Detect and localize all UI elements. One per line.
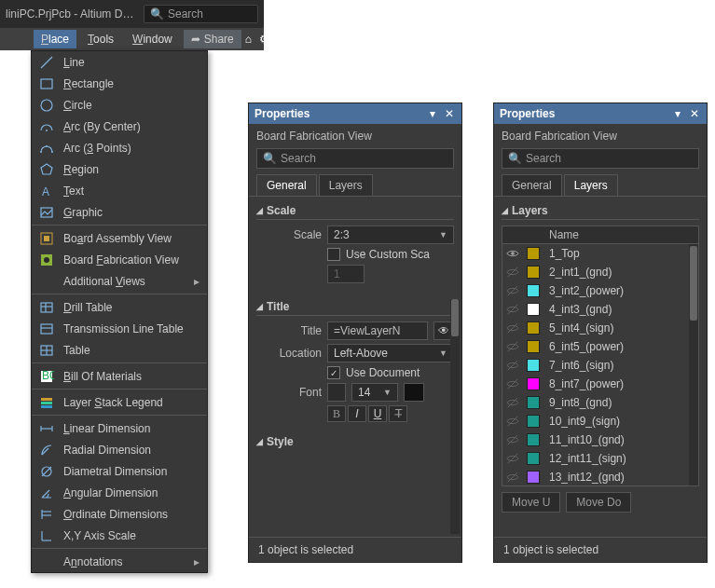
layer-color-swatch[interactable] (523, 340, 543, 353)
layer-visibility-toggle[interactable] (502, 396, 523, 409)
menu-item-board-fabrication-view[interactable]: Board Fabrication View (32, 249, 207, 270)
panel-dropdown-icon[interactable]: ▾ (428, 107, 437, 120)
layer-row[interactable]: 7_int6_(sign) (502, 356, 698, 375)
menu-item-region[interactable]: Region (32, 158, 207, 180)
layer-visibility-toggle[interactable] (502, 284, 523, 297)
layer-visibility-toggle[interactable] (502, 303, 523, 316)
layer-color-swatch[interactable] (523, 452, 543, 465)
collapse-icon[interactable]: ◢ (256, 302, 263, 311)
layers-scrollbar[interactable] (689, 244, 698, 485)
share-button[interactable]: ➦ Share (184, 30, 241, 48)
layer-color-swatch[interactable] (523, 321, 543, 335)
layer-visibility-toggle[interactable] (502, 471, 523, 484)
collapse-icon[interactable]: ◢ (502, 206, 508, 215)
menu-item-annotations[interactable]: Annotations▸ (32, 551, 207, 572)
panel-close-icon[interactable]: ✕ (688, 107, 701, 120)
title-input[interactable]: =ViewLayerN (327, 321, 428, 340)
panel-dropdown-icon[interactable]: ▾ (673, 107, 682, 120)
scrollbar-thumb[interactable] (690, 246, 697, 321)
location-select[interactable]: Left-Above ▼ (327, 344, 454, 362)
menu-item-arc-3-points-[interactable]: Arc (3 Points) (32, 137, 207, 158)
layer-visibility-toggle[interactable] (502, 340, 523, 353)
font-size-select[interactable]: 14 ▼ (351, 383, 398, 402)
menu-item-linear-dimension[interactable]: Linear Dimension (32, 417, 207, 439)
layer-visibility-toggle[interactable] (502, 452, 523, 465)
layer-row[interactable]: 11_int10_(gnd) (502, 431, 698, 449)
panel-scrollbar[interactable] (450, 299, 460, 534)
tab-general[interactable]: General (502, 174, 562, 196)
layer-visibility-toggle[interactable] (502, 433, 523, 446)
bold-button[interactable]: B (327, 405, 346, 422)
menu-item-graphic[interactable]: Graphic (32, 201, 207, 223)
scrollbar-thumb[interactable] (451, 299, 459, 336)
layer-color-swatch[interactable] (523, 471, 543, 484)
layer-color-swatch[interactable] (523, 433, 543, 446)
layer-row[interactable]: 4_int3_(gnd) (502, 300, 698, 319)
layer-visibility-toggle[interactable] (502, 359, 523, 372)
layer-visibility-toggle[interactable] (502, 321, 523, 335)
menu-item-ordinate-dimensions[interactable]: Ordinate Dimensions (32, 503, 207, 525)
tab-layers[interactable]: Layers (319, 174, 373, 196)
menu-item-x-y-axis-scale[interactable]: X,Y Axis Scale (32, 525, 207, 546)
layer-row[interactable]: 3_int2_(power) (502, 281, 698, 300)
layer-color-swatch[interactable] (523, 359, 543, 372)
move-up-button[interactable]: Move U (502, 492, 560, 513)
layer-row[interactable]: 12_int11_(sign) (502, 449, 698, 468)
menu-item-text[interactable]: AText (32, 180, 207, 201)
home-icon[interactable]: ⌂ (245, 33, 252, 46)
menu-item-bill-of-materials[interactable]: BOMBill Of Materials (32, 365, 207, 387)
menu-item-layer-stack-legend[interactable]: Layer Stack Legend (32, 391, 207, 413)
tab-general[interactable]: General (256, 174, 317, 196)
scale-select[interactable]: 2:3 ▼ (327, 226, 454, 244)
layer-visibility-toggle[interactable] (502, 247, 523, 260)
layer-row[interactable]: 13_int12_(gnd) (502, 468, 698, 486)
layer-color-swatch[interactable] (523, 247, 543, 260)
font-family-input[interactable] (327, 383, 346, 402)
layer-row[interactable]: 8_int7_(power) (502, 375, 698, 393)
menu-item-rectangle[interactable]: Rectangle (32, 73, 207, 94)
layer-row[interactable]: 2_int1_(gnd) (502, 263, 698, 281)
layer-color-swatch[interactable] (523, 396, 543, 409)
panel-close-icon[interactable]: ✕ (443, 107, 456, 120)
layer-color-swatch[interactable] (523, 377, 543, 390)
layer-row[interactable]: 10_int9_(sign) (502, 412, 698, 431)
menu-item-arc-by-center-[interactable]: Arc (By Center) (32, 116, 207, 137)
gear-icon[interactable]: ⚙ (259, 33, 269, 46)
menu-item-drill-table[interactable]: Drill Table (32, 296, 207, 318)
layer-row[interactable]: 9_int8_(gnd) (502, 393, 698, 412)
layer-color-swatch[interactable] (523, 284, 543, 297)
menu-item-angular-dimension[interactable]: Angular Dimension (32, 482, 207, 503)
menu-item-diametral-dimension[interactable]: Diametral Dimension (32, 460, 207, 482)
strikethrough-button[interactable]: T̶ (389, 405, 407, 422)
tab-layers[interactable]: Layers (564, 174, 618, 196)
menu-place[interactable]: Place (34, 30, 76, 48)
panel-search-input[interactable]: 🔍 Search (502, 148, 699, 169)
panel-search-input[interactable]: 🔍 Search (256, 148, 454, 169)
layer-color-swatch[interactable] (523, 303, 543, 316)
layer-row[interactable]: 6_int5_(power) (502, 337, 698, 356)
collapse-icon[interactable]: ◢ (256, 437, 263, 446)
use-custom-scale-checkbox[interactable] (327, 248, 340, 261)
menu-item-circle[interactable]: Circle (32, 94, 207, 116)
layer-color-swatch[interactable] (523, 415, 543, 428)
menu-window[interactable]: Window (125, 30, 180, 48)
underline-button[interactable]: U (368, 405, 387, 422)
layer-visibility-toggle[interactable] (502, 377, 523, 390)
menu-item-transmission-line-table[interactable]: Transmission Line Table (32, 318, 207, 339)
menu-item-radial-dimension[interactable]: Radial Dimension (32, 439, 207, 460)
layer-row[interactable]: 1_Top (502, 244, 698, 263)
menu-item-board-assembly-view[interactable]: Board Assembly View (32, 227, 207, 249)
menu-item-line[interactable]: Line (32, 51, 207, 73)
font-color-swatch[interactable] (404, 383, 424, 402)
menu-item-table[interactable]: Table (32, 339, 207, 361)
menu-item-additional-views[interactable]: Additional Views▸ (32, 270, 207, 292)
layer-color-swatch[interactable] (523, 266, 543, 279)
italic-button[interactable]: I (348, 405, 366, 422)
layer-visibility-toggle[interactable] (502, 266, 523, 279)
use-document-checkbox[interactable]: ✓ (327, 366, 340, 379)
layer-visibility-toggle[interactable] (502, 415, 523, 428)
layer-row[interactable]: 5_int4_(sign) (502, 319, 698, 337)
global-search-input[interactable]: 🔍 Search (144, 5, 258, 23)
move-down-button[interactable]: Move Do (566, 492, 631, 513)
collapse-icon[interactable]: ◢ (256, 206, 263, 215)
